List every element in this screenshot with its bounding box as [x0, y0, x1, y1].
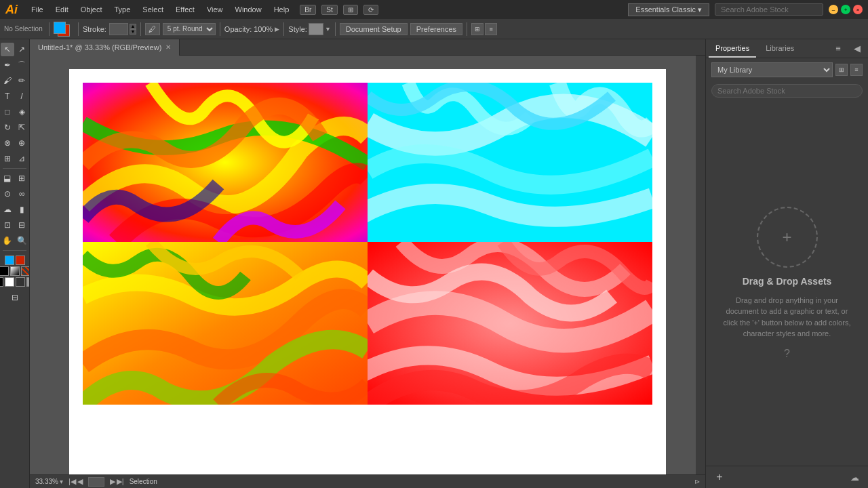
fill-stroke-row — [5, 256, 25, 265]
rectangle-tool[interactable]: □ — [1, 105, 14, 119]
bridge-button[interactable]: Br — [300, 5, 316, 15]
panel-menu-icon[interactable]: ≡ — [830, 41, 846, 57]
symbol-tools: ☁ ▮ — [0, 202, 29, 217]
vertical-scrollbar[interactable] — [696, 56, 705, 474]
graph-tool[interactable]: ⊿ — [16, 152, 29, 165]
minimize-button[interactable]: – — [829, 5, 838, 14]
document-setup-button[interactable]: Document Setup — [340, 23, 408, 35]
help-icon[interactable]: ? — [784, 348, 790, 360]
black-swatch[interactable] — [0, 277, 3, 287]
separator-4 — [220, 22, 220, 36]
menu-type[interactable]: Type — [109, 4, 136, 15]
column-graph-tool[interactable]: ▮ — [16, 203, 29, 216]
dgray-swatch[interactable] — [16, 277, 25, 287]
warp-tool[interactable]: ⊗ — [1, 136, 14, 150]
stock-button[interactable]: St — [321, 5, 337, 15]
blend-tool[interactable]: ∞ — [16, 187, 29, 201]
drag-drop-circle: + — [757, 207, 818, 268]
library-list-view-button[interactable]: ≡ — [850, 64, 863, 76]
creative-cloud-icon[interactable]: ☁ — [846, 469, 863, 485]
white-swatch[interactable] — [5, 277, 14, 287]
artwork-topleft — [83, 83, 368, 242]
artboard-tool[interactable]: ⊡ — [1, 218, 14, 232]
paintbrush-tool[interactable]: 🖌 — [1, 74, 14, 87]
menu-select[interactable]: Select — [137, 4, 169, 15]
preferences-button[interactable]: Preferences — [410, 23, 462, 35]
stroke-controls: 5 ▲ ▼ — [109, 23, 136, 35]
next-page-button[interactable]: ▶ — [110, 477, 115, 486]
drag-drop-description: Drag and drop anything in your document … — [719, 295, 854, 340]
pencil-tool[interactable]: ✏ — [16, 74, 29, 87]
gradient-tool[interactable]: ⬓ — [1, 171, 14, 185]
stroke-down[interactable]: ▼ — [130, 29, 136, 35]
panel-collapse-icon[interactable]: ◀ — [849, 41, 865, 57]
style-expand[interactable]: ▼ — [325, 26, 331, 33]
direct-selection-tool[interactable]: ↗ — [16, 43, 29, 56]
maximize-button[interactable]: + — [841, 5, 850, 14]
menu-view[interactable]: View — [201, 4, 229, 15]
fill-swatch[interactable] — [5, 256, 14, 265]
stroke-value-input[interactable]: 5 — [109, 23, 128, 35]
rotate-tool[interactable]: ↻ — [1, 121, 14, 134]
free-transform-tool[interactable]: ⊕ — [16, 136, 29, 150]
stroke-swatch[interactable] — [16, 256, 25, 265]
align-button[interactable]: ≡ — [485, 23, 497, 35]
menu-object[interactable]: Object — [75, 4, 108, 15]
menu-effect[interactable]: Effect — [170, 4, 200, 15]
mesh-tool[interactable]: ⊞ — [16, 171, 29, 185]
selection-tool[interactable]: ↖ — [1, 43, 14, 56]
menu-edit[interactable]: Edit — [50, 4, 74, 15]
library-content: + Drag & Drop Assets Drag and drop anyth… — [706, 100, 868, 466]
color-swatches[interactable] — [54, 22, 74, 37]
screen-mode-button[interactable]: ⊟ — [8, 291, 22, 304]
tab-close-button[interactable]: ✕ — [165, 43, 171, 51]
menu-help[interactable]: Help — [269, 4, 295, 15]
library-grid-view-button[interactable]: ⊞ — [835, 64, 848, 76]
close-button[interactable]: × — [853, 5, 863, 14]
stroke-up[interactable]: ▲ — [130, 24, 136, 29]
library-selector[interactable]: My Library — [711, 62, 833, 77]
library-search-input[interactable] — [711, 84, 863, 98]
canvas-area: Untitled-1* @ 33.33% (RGB/Preview) ✕ — [30, 39, 705, 488]
document-tab[interactable]: Untitled-1* @ 33.33% (RGB/Preview) ✕ — [30, 39, 180, 56]
eraser-tool[interactable]: ◈ — [16, 105, 29, 119]
prev-page-button[interactable]: ◀ — [77, 477, 83, 486]
curvature-tool[interactable]: ⌒ — [16, 58, 29, 72]
tab-libraries[interactable]: Libraries — [759, 40, 801, 58]
gradient-mode-swatch[interactable] — [10, 266, 20, 276]
pattern-tool[interactable]: ⊞ — [1, 152, 14, 165]
first-page-button[interactable]: |◀ — [68, 477, 76, 486]
sync-button[interactable]: ⟳ — [363, 5, 378, 15]
fill-color[interactable] — [54, 22, 66, 34]
scale-tool[interactable]: ⇱ — [16, 121, 29, 134]
page-number-input[interactable]: 1 — [88, 477, 104, 487]
navigator-icon[interactable]: ⊳ — [694, 478, 700, 485]
zoom-tool[interactable]: 🔍 — [16, 234, 29, 247]
workspace-arrange-button[interactable]: ⊞ — [343, 5, 358, 15]
line-tool[interactable]: / — [16, 89, 29, 103]
canvas-scroll[interactable] — [30, 56, 705, 474]
slice-tool[interactable]: ⊟ — [16, 218, 29, 232]
arrange-button[interactable]: ⊞ — [471, 23, 484, 35]
type-tool[interactable]: T — [1, 89, 14, 103]
pen-tool[interactable]: ✒ — [1, 58, 14, 72]
none-mode-swatch[interactable] — [21, 266, 31, 276]
hand-tool[interactable]: ✋ — [1, 234, 14, 247]
last-page-button[interactable]: ▶| — [117, 477, 124, 486]
menu-file[interactable]: File — [26, 4, 49, 15]
brush-type-icon[interactable]: 🖊 — [145, 23, 160, 35]
separator-3 — [140, 22, 141, 36]
style-color-swatch[interactable] — [309, 23, 323, 35]
symbol-tool[interactable]: ☁ — [1, 203, 14, 216]
stock-search-input[interactable] — [715, 3, 823, 16]
zoom-dropdown[interactable]: ▾ — [60, 478, 63, 485]
tab-properties[interactable]: Properties — [709, 40, 756, 58]
opacity-expand[interactable]: ▶ — [275, 26, 279, 33]
normal-mode-swatch[interactable] — [0, 266, 9, 276]
menu-window[interactable]: Window — [230, 4, 267, 15]
add-asset-button[interactable]: + — [711, 469, 728, 485]
opacity-group: Opacity: 100% ▶ — [224, 25, 280, 33]
workspace-selector[interactable]: Essentials Classic ▾ — [628, 3, 709, 16]
brush-size-select[interactable]: 5 pt. Round — [163, 23, 216, 35]
eyedropper-tool[interactable]: ⊙ — [1, 187, 14, 201]
